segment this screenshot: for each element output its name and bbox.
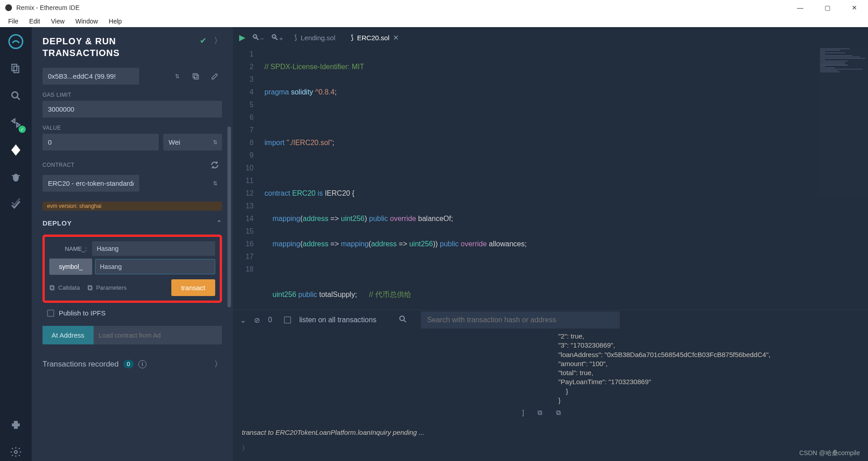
editor-area: ▶ 🔍︎₋ 🔍︎₊ ⟆Lending.sol ⟆ERC20.sol✕ 12345… xyxy=(233,27,868,461)
account-select[interactable] xyxy=(42,68,139,85)
chevron-updown-icon: ⇅ xyxy=(175,73,179,80)
watermark: CSDN @哈桑compile xyxy=(799,449,860,457)
search-icon[interactable] xyxy=(7,87,25,105)
at-address-input[interactable] xyxy=(94,326,222,344)
deploy-panel: DEPLOY & RUNTRANSACTIONS ✔ 〉 ⇅ GAS LIMIT… xyxy=(32,27,233,461)
bracket-icon: ] xyxy=(522,409,524,417)
window-title: Remix - Ethereum IDE xyxy=(16,4,80,11)
svg-point-16 xyxy=(400,316,404,320)
deploy-params-box: NAME_: symbol_ Calldata Parameters trans… xyxy=(42,235,222,303)
tx-recorded-label: Transactions recorded xyxy=(42,360,119,369)
close-button[interactable]: ✕ xyxy=(841,0,868,15)
tab-erc20[interactable]: ⟆ERC20.sol✕ xyxy=(346,31,404,45)
panel-title: DEPLOY & RUNTRANSACTIONS xyxy=(42,35,120,59)
svg-point-0 xyxy=(5,5,12,11)
menu-help[interactable]: Help xyxy=(104,17,127,26)
param-symbol-input[interactable] xyxy=(95,259,215,274)
svg-point-4 xyxy=(12,92,18,98)
tx-count-badge: 0 xyxy=(123,360,134,368)
tab-lending[interactable]: ⟆Lending.sol xyxy=(290,31,340,44)
analysis-icon[interactable] xyxy=(7,195,25,213)
remix-logo-icon xyxy=(5,4,13,12)
copy-account-icon[interactable] xyxy=(189,69,203,84)
titlebar: Remix - Ethereum IDE — ▢ ✕ xyxy=(0,0,868,15)
publish-ipfs-label: Publish to IPFS xyxy=(59,309,105,317)
value-unit-select[interactable] xyxy=(163,134,222,151)
copy-icon[interactable]: ⧉ xyxy=(538,409,542,417)
panel-scrollbar[interactable] xyxy=(227,127,231,307)
info-icon[interactable]: i xyxy=(138,360,146,368)
code-editor[interactable]: 123456789101112131415161718 // SPDX-Lice… xyxy=(233,48,868,310)
menu-edit[interactable]: Edit xyxy=(25,17,45,26)
terminal-message: transact to ERC20TokenLoanPlatform.loanI… xyxy=(242,428,859,436)
zoom-out-icon[interactable]: 🔍︎₋ xyxy=(252,33,264,42)
evm-version-badge: evm version: shanghai xyxy=(42,202,222,211)
solidity-icon: ⟆ xyxy=(294,33,297,42)
gas-limit-input[interactable] xyxy=(42,101,222,118)
parameters-button[interactable]: Parameters xyxy=(87,284,127,291)
icon-sidebar: ✓ xyxy=(0,27,32,461)
param-name-input[interactable] xyxy=(92,241,215,256)
zoom-in-icon[interactable]: 🔍︎₊ xyxy=(271,33,283,42)
edit-account-icon[interactable] xyxy=(208,69,222,84)
compiler-icon[interactable]: ✓ xyxy=(7,114,25,132)
check-icon: ✔ xyxy=(200,36,207,46)
transact-button[interactable]: transact xyxy=(171,279,215,296)
param-name-label: NAME_: xyxy=(49,245,92,252)
menu-view[interactable]: View xyxy=(47,17,69,26)
svg-point-9 xyxy=(14,451,18,454)
at-address-button[interactable]: At Address xyxy=(42,326,94,344)
listen-checkbox[interactable] xyxy=(284,316,291,324)
value-input[interactable] xyxy=(42,134,159,151)
pending-count: 0 xyxy=(268,316,272,324)
debugger-icon[interactable] xyxy=(7,168,25,186)
terminal-search-input[interactable] xyxy=(421,311,620,329)
chevron-right-icon[interactable]: 〉 xyxy=(242,444,859,453)
chevron-right-icon[interactable]: 〉 xyxy=(214,35,222,46)
home-icon[interactable] xyxy=(7,33,25,51)
search-icon[interactable] xyxy=(398,315,407,325)
solidity-icon: ⟆ xyxy=(351,33,354,42)
menubar: File Edit View Window Help xyxy=(0,15,868,27)
chevron-updown-icon: ⇅ xyxy=(213,180,217,187)
value-label: VALUE xyxy=(42,125,222,131)
file-explorer-icon[interactable] xyxy=(7,60,25,78)
contract-select[interactable] xyxy=(42,175,139,192)
menu-file[interactable]: File xyxy=(4,17,23,26)
plugin-icon[interactable] xyxy=(7,416,25,434)
collapse-icon[interactable]: ⌃ xyxy=(216,219,222,227)
collapse-terminal-icon[interactable]: ⌄ xyxy=(240,316,246,325)
svg-rect-11 xyxy=(193,74,197,78)
svg-line-5 xyxy=(17,97,19,99)
settings-icon[interactable] xyxy=(7,443,25,461)
menu-window[interactable]: Window xyxy=(71,17,103,26)
svg-rect-10 xyxy=(194,75,198,79)
terminal: ⌄ ⊘ 0 listen on all transactions "2": tr… xyxy=(233,310,868,461)
terminal-output: "2": true, "3": "1703230869", "loanAddre… xyxy=(558,332,859,405)
chevron-right-icon[interactable]: 〉 xyxy=(214,359,222,369)
clear-terminal-icon[interactable]: ⊘ xyxy=(254,316,260,325)
calldata-button[interactable]: Calldata xyxy=(49,284,80,291)
gas-limit-label: GAS LIMIT xyxy=(42,92,222,98)
run-button[interactable]: ▶ xyxy=(239,33,245,42)
refresh-icon[interactable] xyxy=(208,158,222,172)
listen-label: listen on all transactions xyxy=(299,316,377,324)
minimize-button[interactable]: — xyxy=(787,0,814,15)
deploy-icon[interactable] xyxy=(7,141,25,159)
param-symbol-label-button[interactable]: symbol_ xyxy=(49,259,92,275)
svg-line-17 xyxy=(404,320,406,322)
close-tab-icon[interactable]: ✕ xyxy=(393,33,399,42)
compile-success-badge: ✓ xyxy=(19,126,26,133)
minimap[interactable] xyxy=(818,48,868,197)
maximize-button[interactable]: ▢ xyxy=(814,0,841,15)
copy-icon[interactable]: ⧉ xyxy=(556,409,561,417)
svg-point-6 xyxy=(13,174,19,181)
contract-label: CONTRACT xyxy=(42,162,75,168)
publish-ipfs-checkbox[interactable] xyxy=(47,310,54,317)
deploy-section-label: DEPLOY xyxy=(42,219,72,227)
